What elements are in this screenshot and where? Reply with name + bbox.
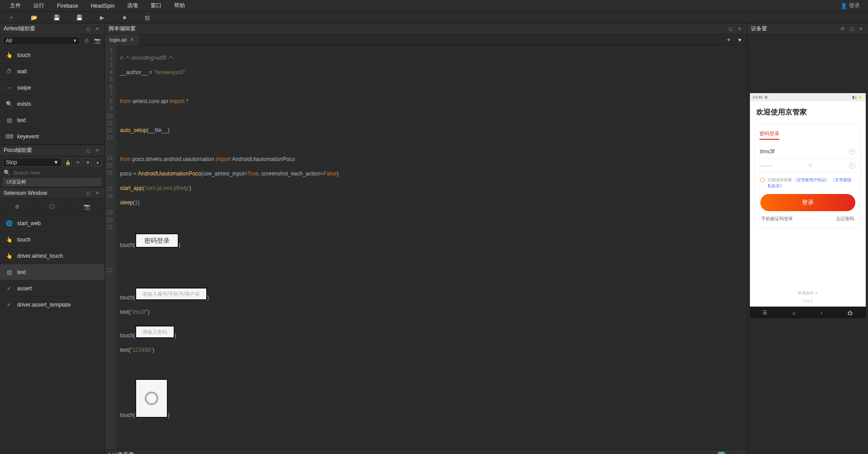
undock-icon[interactable]: ◻ — [85, 189, 92, 197]
menu-run[interactable]: 运行 — [27, 0, 51, 11]
touch-icon: 👆 — [5, 253, 13, 259]
new-file-button[interactable]: ＋ — [0, 12, 23, 24]
undock-icon[interactable]: ◻ — [85, 25, 92, 33]
close-icon[interactable]: ✕ — [94, 25, 101, 33]
nav-power-icon[interactable]: ⏻ — [848, 310, 853, 316]
menu-headspin[interactable]: HeadSpin — [85, 1, 121, 11]
filter-icon[interactable]: ⚲ — [718, 452, 725, 454]
poco-panel: Poco辅助窗 ◻ ✕ Stop▼ 🔒 ⟳ ❄ ● 🔍 UI渲染树 — [0, 145, 104, 187]
clear-icon[interactable]: ✕ — [849, 148, 855, 155]
sel-text[interactable]: ▤text — [0, 264, 104, 280]
battery-icon: ▮▯ ⚡ — [852, 95, 863, 99]
report-button[interactable]: ▤ — [136, 12, 158, 24]
device-refresh-icon[interactable]: ⟳ — [839, 25, 846, 33]
login-button[interactable]: 👤 登录 — [836, 0, 864, 11]
terms-link-1[interactable]: 《京管家用户协议》 — [793, 178, 830, 182]
poco-refresh-icon[interactable]: ⟳ — [74, 158, 82, 166]
template-image-3[interactable]: 请输入密码 — [135, 326, 175, 338]
assert-icon: ✓ — [5, 285, 13, 292]
cmd-keyevent[interactable]: ⌨keyevent — [0, 128, 104, 145]
sel-airtest-touch[interactable]: 👆driver.airtest_touch — [0, 248, 104, 264]
capture-icon[interactable]: ⎙ — [82, 36, 91, 45]
menubar: 文件 运行 Firebase HeadSpin 选项 窗口 帮助 👤 登录 — [0, 0, 868, 12]
phone-welcome: 欢迎使用京管家 — [750, 101, 866, 122]
menu-file[interactable]: 文件 — [4, 0, 27, 11]
close-icon[interactable]: ✕ — [857, 25, 864, 33]
airtest-panel-title: Airtest辅助窗 — [4, 25, 35, 33]
terms-text: 已阅读并同意 《京管家用户协议》 《京管家隐私政策》 — [768, 177, 855, 189]
menu-help[interactable]: 帮助 — [168, 0, 191, 11]
device-screen[interactable]: 14:46 ⊕ ▮▯ ⚡ 欢迎使用京管家 密码登录 tms3f ✕ ••••••… — [750, 93, 866, 318]
template-image-2[interactable]: 请输入账号/手机号/用户名 — [135, 288, 207, 300]
close-icon[interactable]: ✕ — [94, 189, 101, 197]
poco-freeze-icon[interactable]: ❄ — [84, 158, 92, 166]
tab-menu-icon[interactable]: ▾ — [735, 35, 744, 44]
selenium-panel: Selenium Window ◻ ✕ ⊚ 🖵 📷 🌐start_web 👆to… — [0, 187, 104, 454]
sel-camera-icon[interactable]: 📷 — [70, 199, 104, 215]
device-title: 设备窗 — [751, 25, 767, 33]
cmd-swipe[interactable]: ↔swipe — [0, 80, 104, 96]
open-file-button[interactable]: 📂 — [23, 12, 45, 24]
undock-icon[interactable]: ◻ — [727, 25, 734, 33]
poco-lock-icon[interactable]: 🔒 — [64, 158, 72, 166]
nav-menu-icon[interactable]: ☰ — [763, 310, 767, 316]
close-tab-icon[interactable]: ✕ — [130, 37, 134, 43]
menu-window[interactable]: 窗口 — [144, 0, 168, 11]
poco-search-input[interactable] — [13, 170, 101, 175]
template-image-4[interactable] — [135, 379, 168, 418]
cmd-text[interactable]: ▤text — [0, 112, 104, 128]
nav-back-icon[interactable]: ‹ — [821, 310, 823, 316]
sel-assert[interactable]: ✓assert — [0, 280, 104, 297]
stop-button[interactable]: ■ — [113, 12, 136, 24]
phone-login-button[interactable]: 登录 — [760, 194, 855, 211]
poco-tree-root[interactable]: UI渲染树 — [3, 178, 102, 186]
close-icon[interactable]: ✕ — [736, 452, 743, 454]
undock-icon[interactable]: ◻ — [85, 147, 92, 154]
terms-checkbox[interactable] — [760, 178, 765, 182]
text-icon: ▤ — [5, 269, 13, 275]
record-icon[interactable]: 📷 — [93, 36, 102, 45]
menu-options[interactable]: 选项 — [121, 0, 144, 11]
save-button[interactable]: 💾 — [45, 12, 68, 24]
selenium-panel-title: Selenium Window — [4, 190, 47, 196]
text-icon: ▤ — [5, 117, 13, 123]
touch-icon: 👆 — [5, 52, 13, 58]
sel-screen-icon[interactable]: 🖵 — [35, 199, 70, 215]
poco-record-icon[interactable]: ● — [94, 158, 102, 166]
sel-assert-template[interactable]: ✓driver.assert_template — [0, 297, 104, 313]
coop-link[interactable]: 申请合作 > — [750, 232, 866, 299]
editor-title: 脚本编辑窗 — [109, 25, 136, 33]
touch-icon: 👆 — [5, 236, 13, 243]
template-image-1[interactable]: 密码登录 — [135, 233, 179, 248]
phone-username-input[interactable]: tms3f ✕ — [759, 144, 856, 159]
phone-login-tab[interactable]: 密码登录 — [759, 130, 779, 140]
code-editor[interactable]: 123456789101112 131415 1617 181920 2122 … — [105, 45, 747, 449]
save-all-button[interactable]: 💾 — [68, 12, 90, 24]
airtest-category-combo[interactable]: All▼ — [3, 36, 80, 45]
sel-touch[interactable]: 👆touch — [0, 232, 104, 248]
cmd-exists[interactable]: 🔍exists — [0, 96, 104, 112]
sel-start-web[interactable]: 🌐start_web — [0, 215, 104, 232]
eye-icon[interactable]: 👁 — [808, 162, 814, 169]
close-icon[interactable]: ✕ — [94, 147, 101, 154]
forgot-password-link[interactable]: 忘记密码 — [836, 216, 854, 222]
undock-icon[interactable]: ◻ — [848, 25, 855, 33]
editor-tab[interactable]: login.air ✕ — [105, 34, 138, 45]
sel-browser-icon[interactable]: ⊚ — [0, 199, 35, 215]
run-button[interactable]: ▶ — [90, 12, 113, 24]
close-icon[interactable]: ✕ — [736, 25, 743, 33]
cmd-wait[interactable]: ⏱wait — [0, 63, 104, 80]
status-time: 14:46 — [753, 95, 763, 99]
menu-firebase[interactable]: Firebase — [51, 1, 85, 11]
log-title: Log查看窗 — [109, 451, 134, 454]
exists-icon: 🔍 — [5, 101, 13, 107]
nav-home-icon[interactable]: ⌂ — [792, 310, 796, 316]
sms-login-link[interactable]: 手机验证码登录 — [761, 216, 793, 222]
new-tab-button[interactable]: ＋ — [724, 35, 733, 44]
poco-mode-combo[interactable]: Stop▼ — [3, 158, 62, 167]
poco-panel-title: Poco辅助窗 — [4, 147, 32, 154]
cmd-touch[interactable]: 👆touch — [0, 47, 104, 63]
phone-password-input[interactable]: •••••• 👁 ✕ — [759, 159, 856, 173]
clear-icon[interactable]: ✕ — [849, 162, 855, 169]
undock-icon[interactable]: ◻ — [727, 452, 734, 454]
